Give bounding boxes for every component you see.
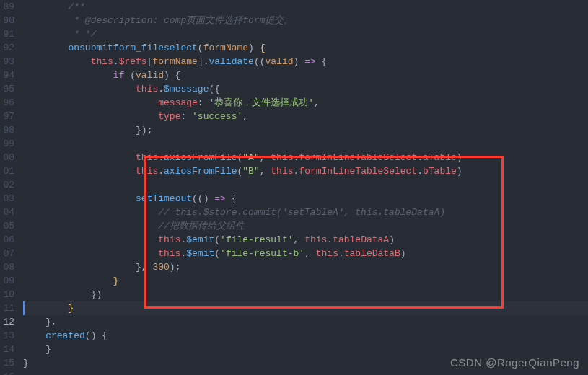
valid-param: valid [266,56,294,67]
fn-param: formName [203,43,248,53]
line-number: 03 [3,192,14,206]
active-line[interactable]: } [23,301,588,315]
line-number: 96 [3,96,14,110]
message-key: message [158,97,198,108]
refs-prop: $refs [119,56,147,67]
atable: aTable [423,152,457,163]
axios-call-b: axiosFromFile [164,166,237,177]
select-prop-a: formInLineTableSelect [299,152,417,163]
code-area[interactable]: /** * @description: comp页面文件选择form提交。 * … [20,0,588,375]
comment-1: // this.$store.commit('setTableA', this.… [158,207,445,218]
line-number: 92 [3,41,14,55]
valid-cond: valid [136,70,164,81]
line-number: 06 [3,233,14,247]
message-val: '恭喜你，文件选择成功' [209,97,314,108]
code-editor[interactable]: 8990919293949596979899000102030405060708… [0,0,588,375]
emit-2: $emit [186,248,214,259]
emit-1: $emit [186,234,214,245]
watermark: CSDN @RogerQianPeng [450,356,579,369]
doc-text: : comp页面文件选择form提交。 [152,15,293,26]
settimeout-call: setTimeout [136,193,192,204]
select-prop-b: formInLineTableSelect [299,166,417,177]
evt-2: 'file-result-b' [220,248,304,259]
validate-call: validate [209,56,254,67]
line-number: 09 [3,274,14,288]
doc-tag: * @description [68,15,152,26]
doc-open: /** [68,1,84,12]
doc-close: * */ [68,29,96,40]
delay: 300 [152,262,169,273]
line-number: 97 [3,110,14,123]
arg-b: "B" [242,166,259,177]
axios-call-a: axiosFromFile [164,152,237,163]
line-number: 10 [3,288,14,301]
line-number: 16 [3,370,14,375]
arg-a: "A" [242,152,259,163]
ref-key: formName [152,56,197,67]
line-number: 00 [3,151,14,164]
line-number: 95 [3,82,14,96]
btable: bTable [423,166,457,177]
evt-1: 'file-result' [220,234,293,245]
message-call: $message [164,84,209,94]
line-number: 13 [3,329,14,343]
type-key: type [158,111,180,122]
line-number-gutter: 8990919293949596979899000102030405060708… [0,0,20,375]
line-number: 11 [3,301,14,315]
comment-2: //把数据传给父组件 [158,221,245,231]
line-number: 99 [3,137,14,151]
line-number: 07 [3,247,14,260]
line-number: 01 [3,164,14,178]
created-hook: created [45,330,85,341]
line-number: 94 [3,69,14,82]
line-number: 04 [3,206,14,219]
line-number: 12 [3,315,14,329]
line-number: 08 [3,260,14,274]
line-number: 15 [3,356,14,370]
line-number: 98 [3,123,14,137]
line-number: 14 [3,343,14,356]
tabledata-b: tableDataB [344,248,400,259]
line-number: 05 [3,219,14,233]
line-number: 91 [3,27,14,41]
line-number: 93 [3,55,14,69]
line-number: 90 [3,14,14,27]
fn-name: onsubmitform_fileselect [68,43,197,53]
tabledata-a: tableDataA [333,234,389,245]
line-number: 89 [3,0,14,14]
type-val: 'success' [192,111,242,122]
line-number: 02 [3,178,14,192]
